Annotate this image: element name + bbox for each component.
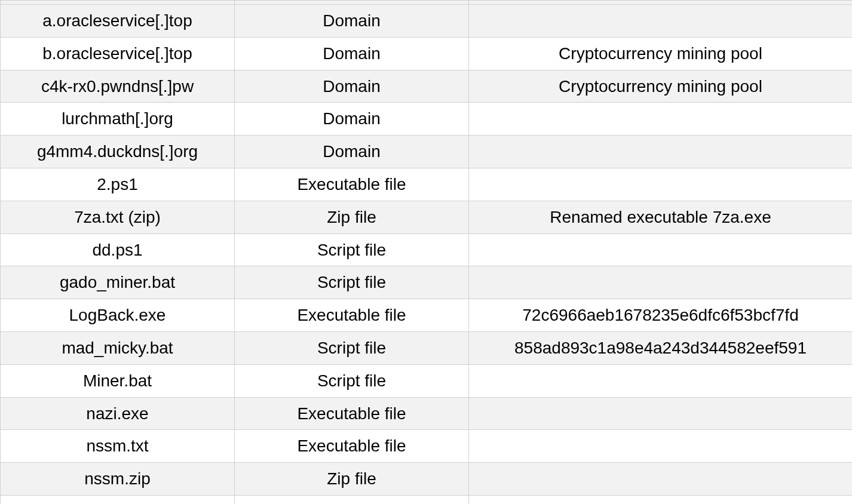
cell-indicator: lurchmath[.]org (1, 103, 235, 136)
cell-type: Zip file (235, 201, 469, 233)
table-row: LogBack.exe Executable file 72c6966aeb16… (1, 299, 853, 332)
cell-type: Script file (235, 331, 469, 364)
cell-details (469, 5, 853, 38)
cell-indicator: c4k-rx0.pwndns[.]pw (1, 70, 235, 103)
cell-indicator: g4mm4.duckdns[.]org (1, 136, 235, 168)
ioc-table: a.oracleservice[.]top Domain b.oracleser… (0, 0, 852, 504)
cell-details (469, 168, 853, 201)
cell-indicator: scan2 (1, 495, 235, 504)
cell-details (469, 266, 853, 299)
cell (235, 1, 469, 5)
table-row: nssm.txt Executable file (1, 430, 853, 463)
table-row-sliver (1, 1, 853, 5)
cell-details (469, 136, 853, 168)
cell-type: Domain (235, 70, 469, 103)
cell-indicator: dd.ps1 (1, 233, 235, 266)
cell-indicator: Miner.bat (1, 364, 235, 397)
cell-details: Cryptocurrency mining pool (469, 37, 853, 70)
table-row: Miner.bat Script file (1, 364, 853, 397)
cell-indicator: 2.ps1 (1, 168, 235, 201)
table-row: 2.ps1 Executable file (1, 168, 853, 201)
table-row: nazi.exe Executable file (1, 397, 853, 430)
cell-type: Executable file (235, 495, 469, 504)
cell-indicator: b.oracleservice[.]top (1, 37, 235, 70)
cell-type: Executable file (235, 299, 469, 332)
cell-details (469, 397, 853, 430)
cell-type: Domain (235, 136, 469, 168)
cell-indicator: nssm.txt (1, 430, 235, 463)
cell-indicator: mad_micky.bat (1, 331, 235, 364)
cell-indicator: nazi.exe (1, 397, 235, 430)
cell-type: Domain (235, 103, 469, 136)
cell-type: Executable file (235, 430, 469, 463)
table-row: mad_micky.bat Script file 858ad893c1a98e… (1, 331, 853, 364)
table-row: g4mm4.duckdns[.]org Domain (1, 136, 853, 168)
cell-details: 858ad893c1a98e4a243d344582eef591 (469, 331, 853, 364)
cell-details (469, 364, 853, 397)
cell-details: 72c6966aeb1678235e6dfc6f53bcf7fd (469, 299, 853, 332)
table-row: nssm.zip Zip file (1, 463, 853, 496)
cell-indicator: LogBack.exe (1, 299, 235, 332)
cell-type: Script file (235, 266, 469, 299)
cell-details (469, 430, 853, 463)
cell-details: Renamed executable 7za.exe (469, 201, 853, 233)
cell-type: Executable file (235, 168, 469, 201)
cell-details (469, 103, 853, 136)
table-row: c4k-rx0.pwndns[.]pw Domain Cryptocurrenc… (1, 70, 853, 103)
table-row: b.oracleservice[.]top Domain Cryptocurre… (1, 37, 853, 70)
cell-indicator: nssm.zip (1, 463, 235, 496)
cell-indicator: gado_miner.bat (1, 266, 235, 299)
table-row: dd.ps1 Script file (1, 233, 853, 266)
cell-details (469, 233, 853, 266)
table-row: a.oracleservice[.]top Domain (1, 5, 853, 38)
cell-type: Script file (235, 364, 469, 397)
cell-type: Script file (235, 233, 469, 266)
cell-type: Domain (235, 37, 469, 70)
cell-details (469, 463, 853, 496)
cell-indicator: 7za.txt (zip) (1, 201, 235, 233)
cell-details (469, 495, 853, 504)
cell-details: Cryptocurrency mining pool (469, 70, 853, 103)
table-row: lurchmath[.]org Domain (1, 103, 853, 136)
cell-type: Zip file (235, 463, 469, 496)
cell (469, 1, 853, 5)
table-row: scan2 Executable file (1, 495, 853, 504)
cell-type: Executable file (235, 397, 469, 430)
cell-type: Domain (235, 5, 469, 38)
table-row: gado_miner.bat Script file (1, 266, 853, 299)
cell (1, 1, 235, 5)
table-row: 7za.txt (zip) Zip file Renamed executabl… (1, 201, 853, 233)
cell-indicator: a.oracleservice[.]top (1, 5, 235, 38)
